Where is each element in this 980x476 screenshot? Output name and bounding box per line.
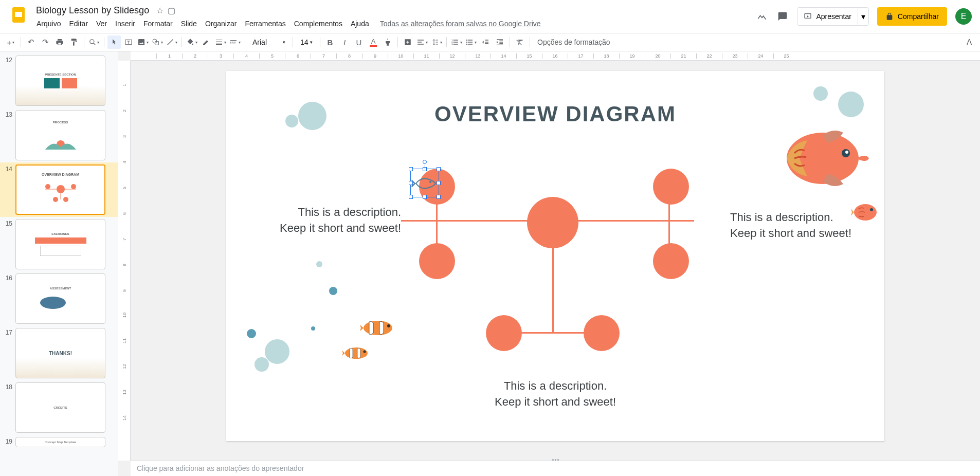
menu-ajuda[interactable]: Ajuda — [347, 17, 373, 30]
decrease-indent-button[interactable] — [479, 35, 492, 49]
italic-button[interactable]: I — [338, 35, 351, 49]
diagram-node[interactable] — [653, 169, 689, 205]
shape-tool[interactable] — [151, 35, 164, 49]
bubble-decoration[interactable] — [285, 115, 298, 127]
present-dropdown[interactable]: ▾ — [858, 8, 868, 25]
filmstrip[interactable]: 12 PRESENTE SECTION 13 PROCESS 14 OVERVI… — [0, 51, 118, 476]
diagram-node-center[interactable] — [527, 197, 578, 248]
line-tool[interactable] — [165, 35, 178, 49]
bubble-decoration[interactable] — [838, 91, 864, 117]
present-button[interactable]: Apresentar ▾ — [797, 7, 868, 26]
user-avatar[interactable]: E — [955, 8, 972, 25]
slide-thumb-15[interactable]: 15 EXERCISES — [0, 217, 118, 271]
save-status[interactable]: Todas as alterações foram salvas no Goog… — [380, 17, 541, 30]
fish-illustration-large[interactable] — [776, 122, 869, 194]
redo-button[interactable]: ↷ — [39, 35, 52, 49]
textbox-tool[interactable] — [122, 35, 135, 49]
canvas-viewport[interactable]: OVERVIEW DIAGRAM — [131, 61, 980, 461]
diagram-node[interactable] — [486, 315, 522, 351]
svg-point-27 — [364, 351, 366, 353]
slide-thumb-13[interactable]: 13 PROCESS — [0, 108, 118, 162]
description-text-right[interactable]: This is a description. Keep it short and… — [730, 210, 854, 242]
main-area: 12 PRESENTE SECTION 13 PROCESS 14 OVERVI… — [0, 51, 980, 476]
diagram-node[interactable] — [653, 243, 689, 279]
select-tool[interactable] — [107, 35, 121, 49]
menu-inserir[interactable]: Inserir — [112, 17, 139, 30]
border-dash-button[interactable] — [228, 35, 242, 49]
menu-ver[interactable]: Ver — [93, 17, 111, 30]
document-title[interactable]: Biology Lesson by Slidesgo — [33, 4, 152, 17]
menu-editar[interactable]: Editar — [65, 17, 92, 30]
bubble-decoration[interactable] — [813, 86, 828, 101]
image-tool[interactable] — [136, 35, 150, 49]
insert-link-button[interactable] — [401, 35, 414, 49]
numbered-list-button[interactable] — [450, 35, 463, 49]
menu-slide[interactable]: Slide — [177, 17, 201, 30]
format-options-button[interactable]: Opções de formatação — [533, 38, 614, 46]
menu-complementos[interactable]: Complementos — [291, 17, 346, 30]
increase-indent-button[interactable] — [493, 35, 506, 49]
speaker-notes[interactable]: Clique para adicionar as anotações do ap… — [131, 461, 980, 476]
move-icon[interactable]: ▢ — [168, 6, 175, 15]
diagram-node[interactable] — [419, 243, 455, 279]
header-actions: Apresentar ▾ Compartilhar E — [756, 4, 972, 26]
bulleted-list-button[interactable] — [464, 35, 478, 49]
menu-ferramentas[interactable]: Ferramentas — [241, 17, 289, 30]
menu-organizar[interactable]: Organizar — [202, 17, 240, 30]
bubble-decoration[interactable] — [247, 329, 256, 338]
share-button[interactable]: Compartilhar — [877, 7, 947, 26]
undo-button[interactable]: ↶ — [24, 35, 38, 49]
underline-button[interactable]: U — [352, 35, 366, 49]
menu-formatar[interactable]: Formatar — [140, 17, 176, 30]
clownfish-illustration[interactable] — [342, 345, 370, 361]
slide-thumb-19[interactable]: 19 Concept Map Template — [0, 435, 118, 449]
bubble-decoration[interactable] — [298, 102, 326, 130]
svg-point-13 — [53, 197, 58, 202]
vertical-ruler[interactable]: 1234567891011121314 — [118, 61, 131, 461]
font-selector[interactable]: Arial▾ — [248, 36, 289, 48]
star-icon[interactable]: ☆ — [156, 6, 164, 15]
svg-point-24 — [364, 321, 392, 335]
description-text-left[interactable]: This is a description. Keep it short and… — [278, 205, 401, 236]
rotation-handle[interactable] — [423, 160, 427, 164]
activity-icon[interactable] — [756, 10, 768, 23]
slides-logo[interactable] — [8, 4, 29, 25]
menu-arquivo[interactable]: Arquivo — [33, 17, 64, 30]
slide-thumb-12[interactable]: 12 PRESENTE SECTION — [0, 53, 118, 108]
print-button[interactable] — [53, 35, 66, 49]
notes-resize-handle[interactable] — [548, 459, 563, 462]
selected-shape[interactable] — [410, 169, 439, 197]
border-weight-button[interactable] — [214, 35, 227, 49]
menu-bar: Arquivo Editar Ver Inserir Formatar Slid… — [33, 17, 756, 30]
slide-thumb-18[interactable]: 18 CREDITS — [0, 380, 118, 435]
border-color-button[interactable] — [199, 35, 213, 49]
slide-thumb-14[interactable]: 14 OVERVIEW DIAGRAM — [0, 162, 118, 217]
fish-illustration-small[interactable] — [851, 199, 879, 225]
bold-button[interactable]: B — [323, 35, 337, 49]
diagram-node[interactable] — [584, 315, 620, 351]
new-slide-button[interactable]: + — [4, 35, 17, 49]
collapse-toolbar-button[interactable]: ᐱ — [963, 35, 976, 49]
line-spacing-button[interactable] — [430, 35, 443, 49]
horizontal-ruler[interactable]: 1234567891011121314151617181920212223242… — [131, 51, 980, 61]
align-button[interactable] — [415, 35, 429, 49]
zoom-button[interactable] — [87, 35, 101, 49]
clownfish-illustration[interactable] — [360, 318, 396, 338]
slide-title-text[interactable]: OVERVIEW DIAGRAM — [434, 102, 676, 126]
slide-thumb-17[interactable]: 17 THANKS! — [0, 326, 118, 380]
slide-canvas[interactable]: OVERVIEW DIAGRAM — [226, 71, 884, 441]
description-text-bottom[interactable]: This is a description. Keep it short and… — [494, 378, 617, 410]
text-color-button[interactable]: A — [367, 35, 380, 49]
bubble-decoration[interactable] — [316, 261, 322, 267]
comments-icon[interactable] — [776, 10, 789, 23]
bubble-decoration[interactable] — [255, 357, 269, 372]
bubble-decoration[interactable] — [265, 339, 289, 364]
paint-format-button[interactable] — [67, 35, 81, 49]
fill-color-button[interactable] — [185, 35, 198, 49]
slide-thumb-16[interactable]: 16 ASSESSMENT — [0, 271, 118, 326]
clear-formatting-button[interactable] — [513, 35, 527, 49]
highlight-button[interactable] — [381, 35, 394, 49]
bubble-decoration[interactable] — [311, 326, 315, 331]
font-size-selector[interactable]: 14▾ — [296, 36, 317, 48]
bubble-decoration[interactable] — [329, 287, 337, 295]
